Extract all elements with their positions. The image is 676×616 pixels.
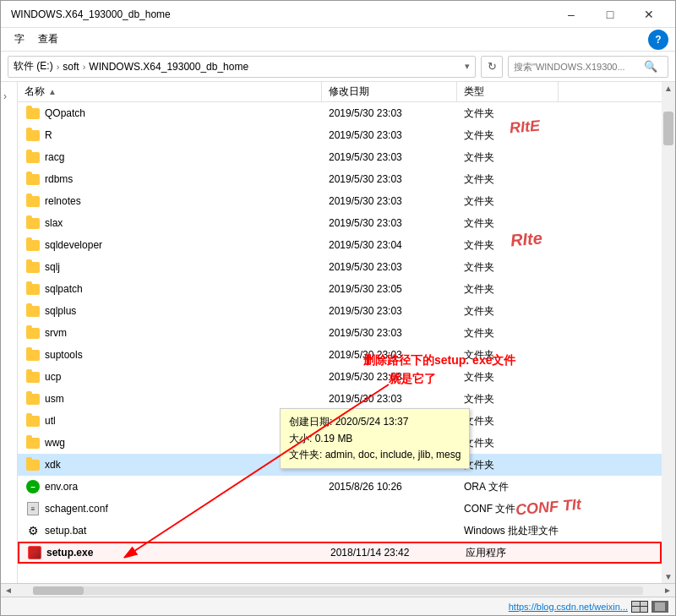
file-date: 2015/8/26 10:26 [322,481,457,493]
file-list-container: 名称 ▲ 修改日期 类型 QOpatch 2019/5 [18,82,662,583]
file-type: 文件夹 [457,216,559,231]
file-date: 2019/5/30 23:03 [322,305,457,317]
sort-arrow: ▲ [48,87,57,96]
list-item[interactable]: suptools 2019/5/30 23:03 文件夹 [18,344,662,366]
folder-icon [25,368,41,385]
col-header-name[interactable]: 名称 ▲ [18,82,322,101]
expand-button[interactable]: › [3,90,7,102]
file-type: 文件夹 [457,172,559,187]
file-name: srvm [41,327,322,339]
file-type: 文件夹 [457,304,559,319]
file-name: suptools [41,349,322,361]
file-type: 文件夹 [457,348,559,363]
col-header-date[interactable]: 修改日期 [322,82,457,101]
path-soft[interactable]: soft [63,61,79,73]
explorer-window: WINDOWS.X64_193000_db_home – □ ✕ 字 查看 ? … [0,0,676,616]
file-list[interactable]: QOpatch 2019/5/30 23:03 文件夹 R 2019/5/30 … [18,102,662,583]
list-item[interactable]: sqlplus 2019/5/30 23:03 文件夹 [18,300,662,322]
list-item[interactable]: – env.ora 2015/8/26 10:26 ORA 文件 [18,476,662,498]
list-view-icon[interactable] [651,601,668,613]
list-item[interactable]: srvm 2019/5/30 23:03 文件夹 [18,322,662,344]
file-type: 文件夹 [457,458,559,472]
file-date: 2019/5/30 23:03 [322,217,457,229]
view-toggle-icon[interactable] [631,601,648,613]
path-folder[interactable]: WINDOWS.X64_193000_db_home [89,61,248,73]
file-name: setup.exe [43,547,324,559]
file-date: 2019/5/30 23:03 [322,261,457,273]
maximize-button[interactable]: □ [591,1,630,28]
file-name: QOpatch [41,107,322,119]
refresh-button[interactable]: ↻ [481,56,503,78]
file-type: 应用程序 [459,546,560,560]
address-path[interactable]: 软件 (E:) › soft › WINDOWS.X64_193000_db_h… [8,56,476,78]
file-name: slax [41,217,322,229]
path-dropdown-icon[interactable]: ▾ [465,61,470,72]
window-title: WINDOWS.X64_193000_db_home [8,8,552,20]
ora-icon: – [25,478,41,495]
file-date: 2019/5/30 23:03 [322,393,457,405]
tooltip-size: 大小: 0.19 MB [289,431,461,447]
file-name: usm [41,393,322,405]
scroll-down[interactable]: ▼ [662,570,674,583]
left-panel: › [1,82,18,583]
setup-exe-item[interactable]: setup.exe 2018/11/14 23:42 应用程序 [18,542,662,564]
vertical-scrollbar[interactable]: ▲ ▼ [662,82,675,583]
file-type: 文件夹 [457,150,559,165]
file-name: setup.bat [41,525,322,537]
exe-icon [26,544,43,561]
bat-icon: ⚙ [25,522,41,539]
file-type: 文件夹 [457,392,559,406]
menu-item-view[interactable]: 查看 [31,29,65,50]
list-item[interactable]: R 2019/5/30 23:03 文件夹 [18,124,662,146]
list-item[interactable]: rdbms 2019/5/30 23:03 文件夹 [18,168,662,190]
horizontal-scrollbar[interactable]: ◄ ► [1,583,675,597]
file-name: relnotes [41,195,322,207]
file-name: sqlj [41,261,322,273]
path-drive[interactable]: 软件 (E:) [14,59,53,74]
search-icon: 🔍 [644,60,657,73]
address-bar: 软件 (E:) › soft › WINDOWS.X64_193000_db_h… [1,52,675,82]
scroll-right[interactable]: ► [660,586,675,595]
file-type: 文件夹 [457,238,559,253]
file-type: ORA 文件 [457,480,559,494]
list-item[interactable]: ⚙ setup.bat Windows 批处理文件 [18,520,662,542]
column-headers: 名称 ▲ 修改日期 类型 [18,82,662,102]
list-item[interactable]: slax 2019/5/30 23:03 文件夹 [18,212,662,234]
file-name: env.ora [41,481,322,493]
scrollbar-thumb[interactable] [663,112,673,145]
list-item[interactable]: usm 2019/5/30 23:03 文件夹 [18,388,662,410]
file-date: 2018/11/14 23:42 [324,547,459,559]
status-link: https://blog.csdn.net/weixin... [509,602,628,612]
scrollbar-track [33,586,643,595]
folder-icon [25,346,41,363]
scroll-left[interactable]: ◄ [1,586,16,595]
list-item[interactable]: sqldeveloper 2019/5/30 23:04 文件夹 [18,234,662,256]
file-date: 2019/5/30 23:05 [322,283,457,295]
list-item[interactable]: sqlj 2019/5/30 23:03 文件夹 [18,256,662,278]
scrollbar-thumb[interactable] [33,586,84,595]
search-input[interactable] [514,62,641,72]
list-item[interactable]: QOpatch 2019/5/30 23:03 文件夹 [18,102,662,124]
file-name: sqlpatch [41,283,322,295]
list-item[interactable]: relnotes 2019/5/30 23:03 文件夹 [18,190,662,212]
scroll-up[interactable]: ▲ [662,82,674,95]
col-header-type[interactable]: 类型 [457,82,559,101]
close-button[interactable]: ✕ [630,1,668,28]
folder-icon [25,281,41,297]
list-item[interactable]: ucp 2019/5/30 23:03 文件夹 [18,366,662,388]
folder-icon [25,127,41,144]
folder-icon [25,149,41,166]
list-item[interactable]: racg 2019/5/30 23:03 文件夹 [18,146,662,168]
list-item[interactable]: ≡ schagent.conf CONF 文件 [18,498,662,520]
folder-icon [25,237,41,253]
menu-item-file[interactable]: 字 [8,29,31,50]
status-bar: https://blog.csdn.net/weixin... [1,597,675,615]
list-item[interactable]: sqlpatch 2019/5/30 23:05 文件夹 [18,278,662,300]
minimize-button[interactable]: – [552,1,591,28]
refresh-icon: ↻ [488,60,497,73]
file-type: 文件夹 [457,414,559,428]
window-controls: – □ ✕ [552,1,668,28]
help-button[interactable]: ? [648,30,668,50]
file-name: sqldeveloper [41,239,322,251]
folder-icon [25,303,41,319]
